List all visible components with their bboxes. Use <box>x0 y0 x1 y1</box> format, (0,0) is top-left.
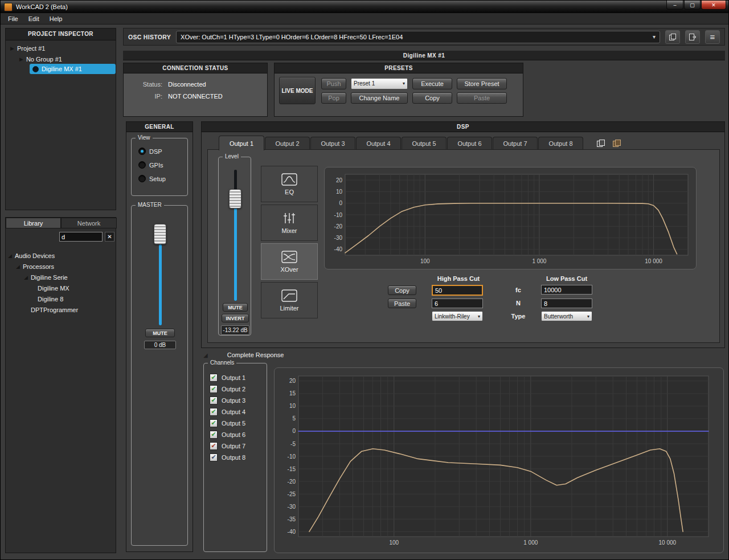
mode-eq-button[interactable]: EQ <box>261 166 318 202</box>
channel-row: ✔ Output 2 <box>210 385 245 393</box>
tab-output-4[interactable]: Output 4 <box>356 137 401 149</box>
ip-value: NOT CONNECTED <box>168 93 267 100</box>
live-mode-button[interactable]: LIVE MODE <box>279 77 316 104</box>
paste-preset-button[interactable]: Paste <box>457 92 507 104</box>
close-button[interactable]: ✕ <box>701 1 726 10</box>
tab-output-5[interactable]: Output 5 <box>402 137 447 149</box>
tree-item-label: No Group #1 <box>26 56 62 63</box>
hp-frequency-input[interactable] <box>432 285 483 296</box>
pop-button[interactable]: Pop <box>321 92 346 104</box>
tab-output-3[interactable]: Output 3 <box>310 137 355 149</box>
osc-history-bar: OSC HISTORY XOver: OutCh=1 HType=3 LType… <box>123 28 725 46</box>
menu-file[interactable]: File <box>3 14 23 23</box>
execute-button[interactable]: Execute <box>412 78 452 89</box>
tab-output-7[interactable]: Output 7 <box>493 137 538 149</box>
library-search-input[interactable] <box>59 232 103 242</box>
level-fader-handle[interactable] <box>229 189 241 209</box>
expand-icon[interactable]: ▶ <box>19 56 23 62</box>
collapse-icon[interactable]: ◢ <box>203 352 208 358</box>
channel-checkbox[interactable]: ✔ <box>210 408 218 416</box>
copy-history-button[interactable] <box>665 30 680 44</box>
master-fader-handle[interactable] <box>154 224 166 244</box>
paste-channel-button[interactable] <box>609 137 624 149</box>
tab-label: Network <box>77 220 100 227</box>
live-mode-label: LIVE MODE <box>281 88 313 94</box>
channel-label: Output 2 <box>222 386 245 393</box>
copy-preset-button[interactable]: Copy <box>412 92 452 104</box>
tab-library[interactable]: Library <box>6 218 61 228</box>
channel-checkbox[interactable]: ✔ <box>210 442 218 450</box>
master-mute-button[interactable]: MUTE <box>145 329 175 337</box>
tab-output-8[interactable]: Output 8 <box>538 137 583 149</box>
expand-icon[interactable]: ◢ <box>24 275 28 280</box>
expand-icon[interactable]: ◢ <box>8 253 12 259</box>
osc-history-label: OSC HISTORY <box>128 34 171 40</box>
menu-edit[interactable]: Edit <box>23 14 44 23</box>
tree-item-project[interactable]: ▶ Project #1 <box>10 43 45 53</box>
copy-label: Copy <box>425 95 440 101</box>
mute-label: MUTE <box>228 305 243 310</box>
osc-history-dropdown[interactable]: XOver: OutCh=1 HType=3 LType=0 HOrder=6 … <box>176 31 660 43</box>
lp-frequency-input[interactable] <box>541 285 592 295</box>
search-clear-button[interactable]: ✕ <box>105 232 114 242</box>
tab-output-2[interactable]: Output 2 <box>265 137 310 149</box>
export-history-button[interactable] <box>685 30 700 44</box>
tree-item-audio-devices[interactable]: ◢ Audio Devices <box>8 251 55 260</box>
store-preset-button[interactable]: Store Preset <box>457 78 507 89</box>
svg-text:-40: -40 <box>288 529 296 535</box>
mode-xover-button[interactable]: XOver <box>261 243 318 280</box>
expand-icon[interactable]: ◢ <box>16 264 20 269</box>
low-pass-cut-label: Low Pass Cut <box>521 275 612 282</box>
maximize-button[interactable]: ▢ <box>684 1 701 10</box>
channel-label: Output 4 <box>222 408 245 415</box>
lp-type-select[interactable]: Butterworth ▾ <box>541 311 592 321</box>
channel-checkbox[interactable]: ✔ <box>210 374 218 382</box>
copy-channel-button[interactable] <box>593 137 608 149</box>
channel-invert-button[interactable]: INVERT <box>222 314 249 322</box>
change-name-button[interactable]: Change Name <box>351 92 408 104</box>
xover-paste-button[interactable]: Paste <box>388 299 416 308</box>
tree-item-digiline-8[interactable]: Digiline 8 <box>38 294 63 304</box>
xover-copy-button[interactable]: Copy <box>388 285 416 295</box>
svg-text:-20: -20 <box>288 479 296 485</box>
tab-network[interactable]: Network <box>61 218 117 228</box>
tab-label: Output 4 <box>366 140 390 147</box>
tab-output-6[interactable]: Output 6 <box>447 137 492 149</box>
view-groupbox: View DSP GPIs Setup <box>131 138 188 196</box>
channel-checkbox[interactable]: ✔ <box>210 385 218 393</box>
menu-help[interactable]: Help <box>44 14 68 23</box>
channel-checkbox[interactable]: ✔ <box>210 453 218 461</box>
radio-view-dsp[interactable]: DSP <box>138 148 187 155</box>
mode-mixer-button[interactable]: Mixer <box>261 205 318 241</box>
channel-checkbox[interactable]: ✔ <box>210 419 218 427</box>
tree-item-digiline-serie[interactable]: ◢ Digiline Serie <box>24 272 68 282</box>
radio-view-setup[interactable]: Setup <box>138 175 187 182</box>
tab-label: Output 3 <box>321 140 345 147</box>
channel-checkbox[interactable]: ✔ <box>210 431 218 439</box>
tree-item-processors[interactable]: ◢ Processors <box>16 261 54 271</box>
channel-mute-button[interactable]: MUTE <box>223 303 248 312</box>
execute-label: Execute <box>421 80 444 87</box>
expand-icon[interactable]: ▶ <box>10 46 14 51</box>
minimize-button[interactable]: – <box>666 1 683 10</box>
tree-item-digiline-mx[interactable]: Digiline MX <box>38 283 69 293</box>
menu-button[interactable]: ≡ <box>705 30 720 44</box>
radio-view-gpis[interactable]: GPIs <box>138 161 187 169</box>
status-label: Status: <box>133 81 162 88</box>
tree-item-dptprogrammer[interactable]: DPTProgrammer <box>31 305 78 314</box>
preset-select[interactable]: Preset 1 ▾ <box>351 78 408 89</box>
channel-label: Output 8 <box>222 454 245 461</box>
radio-icon <box>138 148 146 155</box>
hp-type-value: Linkwith-Riley <box>435 313 470 320</box>
tab-output-1[interactable]: Output 1 <box>219 136 264 150</box>
lp-order-input[interactable] <box>541 299 592 308</box>
hp-type-select[interactable]: Linkwith-Riley ▾ <box>432 311 483 321</box>
mode-limiter-button[interactable]: Limiter <box>261 282 318 318</box>
close-icon: ✕ <box>711 2 716 8</box>
hp-order-input[interactable] <box>432 299 483 308</box>
channel-checkbox[interactable]: ✔ <box>210 397 218 404</box>
tree-item-group[interactable]: ▶ No Group #1 <box>19 54 62 64</box>
push-button[interactable]: Push <box>321 78 346 89</box>
svg-text:15: 15 <box>289 390 296 397</box>
tree-item-device-selected[interactable]: Digiline MX #1 <box>30 64 116 74</box>
